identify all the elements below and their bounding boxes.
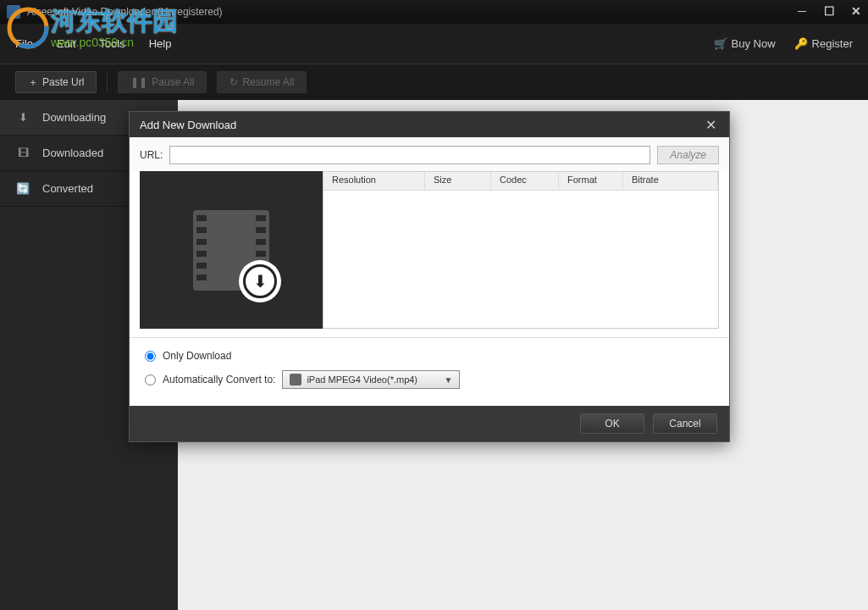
table-header: Resolution Size Codec Format Bitrate [323,172,718,191]
chevron-down-icon: ▼ [444,375,452,385]
buy-now-button[interactable]: 🛒 Buy Now [714,37,776,50]
auto-convert-option[interactable]: Automatically Convert to: iPad MPEG4 Vid… [145,370,714,389]
menu-tools[interactable]: Tools [99,37,124,50]
register-label: Register [812,37,853,50]
only-download-option[interactable]: Only Download [145,350,714,362]
sidebar-item-label: Downloaded [42,147,103,159]
sidebar-item-label: Converted [42,182,93,195]
paste-url-button[interactable]: ＋ Paste Url [15,71,97,93]
cart-icon: 🛒 [714,37,727,50]
menu-edit[interactable]: Edit [57,37,75,50]
plus-icon: ＋ [28,75,38,90]
analyze-button[interactable]: Analyze [657,146,719,164]
buy-now-label: Buy Now [732,37,776,50]
sidebar-item-label: Downloading [42,111,106,124]
toolbar-separator [107,73,108,92]
add-download-dialog: Add New Download ✕ URL: Analyze ⬇ Resolu… [129,111,730,442]
only-download-label: Only Download [163,350,231,362]
col-codec: Codec [491,172,559,190]
options-row: Only Download Automatically Convert to: … [130,337,729,406]
dialog-titlebar: Add New Download ✕ [130,112,729,137]
device-icon [290,374,301,385]
formats-table: Resolution Size Codec Format Bitrate [323,171,719,329]
col-size: Size [425,172,491,190]
convert-icon: 🔄 [15,181,30,197]
menu-help[interactable]: Help [149,37,172,50]
film-download-icon: ⬇ [193,210,269,291]
download-icon: ⬇ [15,110,30,125]
refresh-icon: ↻ [229,76,238,88]
menubar: File Edit Tools Help 🛒 Buy Now 🔑 Registe… [0,24,868,64]
pause-all-button[interactable]: ❚❚ Pause All [118,71,207,93]
window-title: Aiseesoft Video Downloader (Unregistered… [27,6,223,18]
register-button[interactable]: 🔑 Register [794,37,853,50]
auto-convert-label: Automatically Convert to: [163,374,275,385]
app-icon [7,5,20,19]
preview-row: ⬇ Resolution Size Codec Format Bitrate [130,171,729,329]
maximize-button[interactable]: ☐ [821,3,838,19]
cancel-button[interactable]: Cancel [653,413,717,434]
toolbar: ＋ Paste Url ❚❚ Pause All ↻ Resume All [0,64,868,100]
minimize-button[interactable]: ─ [793,3,810,19]
url-label: URL: [140,149,163,161]
titlebar: Aiseesoft Video Downloader (Unregistered… [0,0,868,24]
key-icon: 🔑 [794,37,808,50]
paste-url-label: Paste Url [42,76,84,88]
dialog-title-text: Add New Download [140,119,236,131]
menu-file[interactable]: File [15,37,33,50]
only-download-radio[interactable] [145,351,156,362]
close-button[interactable]: ✕ [848,3,865,19]
pause-icon: ❚❚ [130,76,147,88]
col-format: Format [559,172,623,190]
pause-all-label: Pause All [152,76,194,88]
url-row: URL: Analyze [130,137,729,171]
url-input[interactable] [169,146,650,164]
dialog-footer: OK Cancel [130,406,729,441]
video-file-icon: 🎞 [15,146,30,161]
resume-all-label: Resume All [242,76,294,88]
convert-format-select[interactable]: iPad MPEG4 Video(*.mp4) ▼ [282,370,460,389]
ok-button[interactable]: OK [580,413,644,434]
auto-convert-radio[interactable] [145,374,156,385]
video-preview-placeholder: ⬇ [140,171,323,329]
resume-all-button[interactable]: ↻ Resume All [217,71,307,93]
dialog-close-button[interactable]: ✕ [702,117,719,133]
col-resolution: Resolution [323,172,425,190]
convert-format-label: iPad MPEG4 Video(*.mp4) [307,374,417,385]
col-bitrate: Bitrate [623,172,718,190]
